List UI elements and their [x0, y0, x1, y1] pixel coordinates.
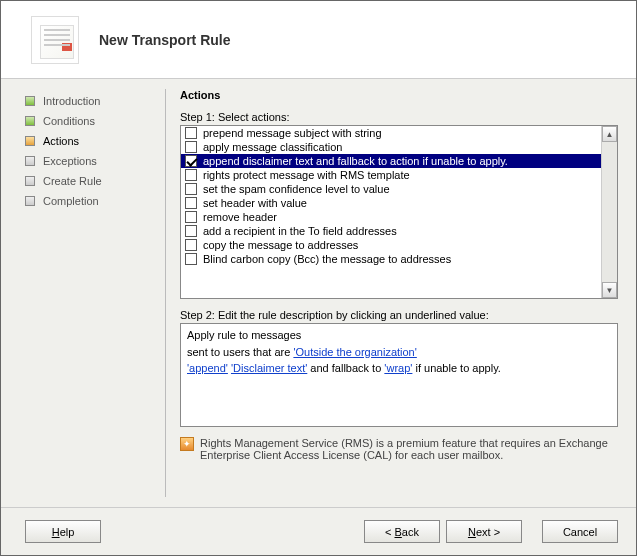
sidebar-item-introduction[interactable]: Introduction — [25, 91, 159, 111]
checkbox-icon[interactable] — [185, 141, 197, 153]
action-label: set the spam confidence level to value — [203, 183, 390, 195]
desc-line: Apply rule to messages — [187, 327, 611, 344]
action-item[interactable]: copy the message to addresses — [181, 238, 601, 252]
action-label: prepend message subject with string — [203, 127, 382, 139]
step-bullet-icon — [25, 156, 35, 166]
action-item[interactable]: set the spam confidence level to value — [181, 182, 601, 196]
link-append[interactable]: 'append' — [187, 362, 228, 374]
header: New Transport Rule — [1, 1, 636, 79]
action-label: append disclaimer text and fallback to a… — [203, 155, 508, 167]
sidebar-item-label: Conditions — [43, 115, 95, 127]
checkbox-icon[interactable] — [185, 239, 197, 251]
scroll-down-icon[interactable]: ▼ — [602, 282, 617, 298]
scroll-up-icon[interactable]: ▲ — [602, 126, 617, 142]
checkbox-icon[interactable] — [185, 225, 197, 237]
action-item[interactable]: apply message classification — [181, 140, 601, 154]
info-icon: ✦ — [180, 437, 194, 451]
action-item[interactable]: append disclaimer text and fallback to a… — [181, 154, 601, 168]
section-heading: Actions — [180, 89, 618, 101]
scroll-track[interactable] — [602, 142, 617, 282]
step-bullet-icon — [25, 196, 35, 206]
sidebar-item-label: Exceptions — [43, 155, 97, 167]
step2-label: Step 2: Edit the rule description by cli… — [180, 309, 618, 321]
next-button[interactable]: Next > — [446, 520, 522, 543]
note-text: Rights Management Service (RMS) is a pre… — [200, 437, 618, 461]
action-item[interactable]: add a recipient in the To field addresse… — [181, 224, 601, 238]
link-scope[interactable]: 'Outside the organization' — [293, 346, 416, 358]
link-wrap[interactable]: 'wrap' — [384, 362, 412, 374]
action-item[interactable]: set header with value — [181, 196, 601, 210]
sidebar-item-label: Actions — [43, 135, 79, 147]
footer: Help < Back Next > Cancel — [1, 507, 636, 555]
wizard-steps-sidebar: Introduction Conditions Actions Exceptio… — [1, 79, 165, 507]
step-bullet-icon — [25, 176, 35, 186]
sidebar-item-conditions[interactable]: Conditions — [25, 111, 159, 131]
checkbox-icon[interactable] — [185, 197, 197, 209]
checkbox-icon[interactable] — [185, 169, 197, 181]
sidebar-item-exceptions[interactable]: Exceptions — [25, 151, 159, 171]
checkbox-icon[interactable] — [185, 211, 197, 223]
actions-listbox[interactable]: prepend message subject with string appl… — [180, 125, 618, 299]
wizard-window: New Transport Rule Introduction Conditio… — [0, 0, 637, 556]
wizard-icon — [31, 16, 79, 64]
link-disclaimer-text[interactable]: 'Disclaimer text' — [231, 362, 307, 374]
page-title: New Transport Rule — [99, 32, 230, 48]
checkbox-icon[interactable] — [185, 127, 197, 139]
sidebar-item-completion[interactable]: Completion — [25, 191, 159, 211]
checkbox-icon[interactable] — [185, 155, 197, 167]
action-item[interactable]: Blind carbon copy (Bcc) the message to a… — [181, 252, 601, 266]
cancel-button[interactable]: Cancel — [542, 520, 618, 543]
step-bullet-icon — [25, 116, 35, 126]
sidebar-item-create-rule[interactable]: Create Rule — [25, 171, 159, 191]
action-item[interactable]: prepend message subject with string — [181, 126, 601, 140]
info-note: ✦ Rights Management Service (RMS) is a p… — [180, 437, 618, 461]
action-item[interactable]: rights protect message with RMS template — [181, 168, 601, 182]
scrollbar[interactable]: ▲ ▼ — [601, 126, 617, 298]
action-label: rights protect message with RMS template — [203, 169, 410, 181]
back-button[interactable]: < Back — [364, 520, 440, 543]
action-label: Blind carbon copy (Bcc) the message to a… — [203, 253, 451, 265]
main-panel: Actions Step 1: Select actions: prepend … — [166, 79, 636, 507]
desc-line: 'append' 'Disclaimer text' and fallback … — [187, 360, 611, 377]
checkbox-icon[interactable] — [185, 253, 197, 265]
action-label: apply message classification — [203, 141, 342, 153]
sidebar-item-actions[interactable]: Actions — [25, 131, 159, 151]
sidebar-item-label: Introduction — [43, 95, 100, 107]
action-label: add a recipient in the To field addresse… — [203, 225, 397, 237]
checkbox-icon[interactable] — [185, 183, 197, 195]
action-label: copy the message to addresses — [203, 239, 358, 251]
step-bullet-icon — [25, 136, 35, 146]
action-label: set header with value — [203, 197, 307, 209]
action-item[interactable]: remove header — [181, 210, 601, 224]
action-label: remove header — [203, 211, 277, 223]
desc-line: sent to users that are 'Outside the orga… — [187, 344, 611, 361]
sidebar-item-label: Completion — [43, 195, 99, 207]
rule-description-box: Apply rule to messages sent to users tha… — [180, 323, 618, 427]
step-bullet-icon — [25, 96, 35, 106]
sidebar-item-label: Create Rule — [43, 175, 102, 187]
help-button[interactable]: Help — [25, 520, 101, 543]
step1-label: Step 1: Select actions: — [180, 111, 618, 123]
